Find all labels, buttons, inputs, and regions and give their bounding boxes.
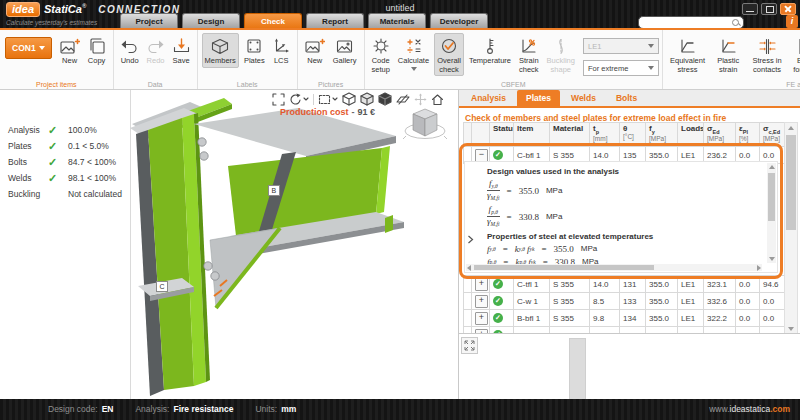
detail-panel: Design values used in the analysis fy,θγ… [464,161,778,273]
group-label: Pictures [298,81,364,88]
minimize-button[interactable] [742,3,758,15]
expander-cell: + [472,310,490,327]
column-header [464,123,472,147]
summary-label: Welds [8,173,48,183]
status-cell: ✓ [490,293,514,310]
website-link[interactable]: www.ideastatica.com [709,404,790,414]
check-pass-icon: ✓ [48,172,68,185]
buckling-shape-icon [554,35,568,57]
lcs-axes-icon [273,35,290,57]
nav-tab-project[interactable]: Project [120,13,178,29]
close-button[interactable] [780,3,796,15]
strain-check-button[interactable]: Strain check [516,33,542,76]
expand-row-button[interactable]: + [475,278,488,291]
column-header: fy[MPa] [646,123,678,147]
new-item-button[interactable]: New [57,33,83,68]
bolt-forces-button[interactable]: Bolt forces [788,33,800,76]
nav-tab-materials[interactable]: Materials [368,13,426,29]
summary-label: Bolts [8,157,48,167]
members-labels-button[interactable]: Members [202,33,239,68]
header-main: Loads [681,124,704,133]
plastic-strain-button[interactable]: Plastic strain [710,33,746,76]
wireframe-view-icon[interactable] [342,92,356,106]
table-row: +✓C-tfl 1S 35514.0131355.0LE1323.10.094.… [464,276,790,293]
plates-labels-button[interactable]: LCS Plates [241,33,268,68]
column-header: Loads [678,123,704,147]
expand-row-button[interactable]: − [475,149,488,162]
navigation-cube[interactable] [402,103,448,153]
extreme-filter-select[interactable]: For extreme [583,60,659,76]
undo-button[interactable]: Undo [118,33,142,68]
solid-view-icon[interactable] [378,92,392,106]
column-header: tp[mm] [590,123,620,147]
select-mode-icon[interactable] [318,93,338,106]
nav-tab-design[interactable]: Design [182,13,240,29]
expand-row-button[interactable]: + [475,312,488,325]
gear-icon [372,35,390,57]
search-input[interactable] [639,17,742,28]
panel-splitter[interactable] [569,338,586,400]
cell: C-w 1 [514,293,550,310]
new-item-icon [60,35,80,57]
stress-in-contacts-button[interactable]: Stress in contacts [748,33,785,76]
equivalent-stress-button[interactable]: Equivalent stress [667,33,708,76]
nav-tab-report[interactable]: Report [306,13,364,29]
nav-tab-check[interactable]: Check [244,13,302,29]
detail-horizontal-scrollbar[interactable] [466,264,762,271]
cell: 332.6 [704,293,736,310]
detail-vertical-scrollbar[interactable] [767,163,776,263]
calculate-icon [405,35,423,57]
column-header [472,123,490,147]
ribbon-group-fe-analysis: Equivalent stress Plastic strain Stress … [663,30,800,89]
rotate-view-icon[interactable] [289,93,309,106]
gallery-button[interactable]: Gallery [330,33,360,68]
copy-icon [88,35,106,57]
accent-divider [0,28,800,30]
chevron-down-icon [648,66,654,70]
connection-selector[interactable]: CON1 [5,37,52,59]
results-tab-bolts[interactable]: Bolts [607,90,646,106]
header-main: Status [493,124,514,133]
maximize-button[interactable] [761,3,777,15]
calculate-button[interactable]: Calculate [395,33,432,73]
check-pass-icon: ✓ [48,140,68,153]
expand-row-button[interactable]: + [475,295,488,308]
info-button[interactable]: i [786,15,798,28]
plates-table-bottom: +✓C-tfl 1S 35514.0131355.0LE1323.10.094.… [463,275,789,334]
results-tab-analysis[interactable]: Analysis [462,90,515,106]
detail-expand-icon[interactable] [467,230,474,248]
code-setup-button[interactable]: Code setup [369,33,393,76]
titlebar: idea StatiCa® CONNECTION Calculate yeste… [0,0,800,28]
fit-panel-button[interactable] [461,337,478,354]
check-pass-icon: ✓ [48,124,68,137]
equivalent-stress-icon [679,35,696,57]
cell: 134 [620,310,646,327]
status-value: Fire resistance [173,404,233,414]
cell: 323.1 [704,276,736,293]
status-item: Design code:EN [48,404,113,414]
temperature-button[interactable]: Temperature [466,33,514,68]
overall-check-icon [440,35,458,57]
lcs-labels-button[interactable]: LCS [270,33,293,68]
nav-tab-developer[interactable]: Developer [430,13,488,29]
save-button[interactable]: Save [170,33,193,68]
copy-item-button[interactable]: Copy [85,33,109,68]
shaded-view-icon[interactable] [360,92,374,106]
new-picture-button[interactable]: New [302,33,328,68]
cell: 355.0 [646,276,678,293]
formula-fy-design: fy,θγM,fi = 355.0 MPa [487,179,763,202]
summary-row-welds: Welds✓98.1 < 100% [8,170,128,186]
results-tab-plates[interactable]: Plates [517,90,560,106]
overall-check-button[interactable]: Overall check [434,33,464,76]
cell: S 355 [550,293,590,310]
results-table: StatusItemMaterialtp[mm]θ[°C]fy[MPa]Load… [463,122,789,334]
summary-label: Buckling [8,189,48,199]
viewport-3d[interactable]: Production cost-91 € [130,90,458,399]
summary-value: 98.1 < 100% [68,173,116,183]
fit-view-icon[interactable] [272,93,285,106]
results-tab-welds[interactable]: Welds [562,90,605,106]
table-scrollbar[interactable] [784,122,798,335]
search-icon [732,19,740,27]
header-unit: [mm] [593,135,619,142]
status-pass-icon: ✓ [493,296,503,306]
